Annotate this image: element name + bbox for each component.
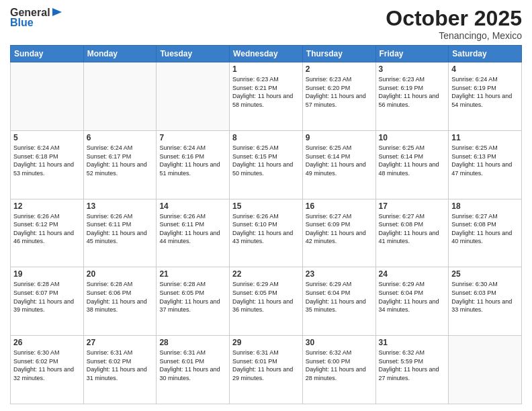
- day-number: 11: [451, 133, 519, 142]
- table-row: 5Sunrise: 6:24 AM Sunset: 6:18 PM Daylig…: [11, 130, 84, 199]
- month-title: October 2025: [386, 7, 522, 30]
- day-info: Sunrise: 6:29 AM Sunset: 6:05 PM Dayligh…: [232, 280, 300, 314]
- day-number: 3: [379, 64, 446, 74]
- table-row: 13Sunrise: 6:26 AM Sunset: 6:11 PM Dayli…: [83, 199, 157, 267]
- day-info: Sunrise: 6:32 AM Sunset: 6:00 PM Dayligh…: [306, 349, 373, 382]
- table-row: 8Sunrise: 6:25 AM Sunset: 6:15 PM Daylig…: [230, 130, 303, 199]
- day-number: 1: [232, 64, 300, 74]
- day-number: 8: [232, 133, 300, 142]
- day-number: 7: [159, 133, 226, 142]
- day-info: Sunrise: 6:28 AM Sunset: 6:07 PM Dayligh…: [13, 280, 81, 314]
- day-info: Sunrise: 6:29 AM Sunset: 6:04 PM Dayligh…: [379, 280, 446, 314]
- day-number: 5: [13, 133, 81, 142]
- col-wednesday: Wednesday: [230, 46, 303, 62]
- col-friday: Friday: [375, 46, 449, 62]
- header: General Blue October 2025 Tenancingo, Me…: [10, 7, 522, 41]
- day-number: 10: [379, 133, 446, 142]
- day-number: 30: [306, 338, 373, 347]
- table-row: 3Sunrise: 6:23 AM Sunset: 6:19 PM Daylig…: [375, 62, 449, 131]
- day-info: Sunrise: 6:31 AM Sunset: 6:01 PM Dayligh…: [159, 349, 226, 382]
- table-row: 18Sunrise: 6:27 AM Sunset: 6:08 PM Dayli…: [449, 199, 522, 267]
- day-info: Sunrise: 6:26 AM Sunset: 6:11 PM Dayligh…: [87, 212, 154, 246]
- day-number: 18: [451, 201, 519, 211]
- day-info: Sunrise: 6:23 AM Sunset: 6:21 PM Dayligh…: [232, 75, 300, 109]
- calendar-week-row: 26Sunrise: 6:30 AM Sunset: 6:02 PM Dayli…: [11, 336, 522, 404]
- day-info: Sunrise: 6:31 AM Sunset: 6:02 PM Dayligh…: [87, 349, 154, 382]
- table-row: 16Sunrise: 6:27 AM Sunset: 6:09 PM Dayli…: [302, 199, 375, 267]
- day-number: 12: [13, 201, 81, 211]
- day-info: Sunrise: 6:28 AM Sunset: 6:05 PM Dayligh…: [159, 280, 226, 314]
- day-info: Sunrise: 6:25 AM Sunset: 6:15 PM Dayligh…: [232, 144, 300, 177]
- day-number: 23: [306, 269, 373, 279]
- col-saturday: Saturday: [449, 46, 522, 62]
- day-info: Sunrise: 6:24 AM Sunset: 6:16 PM Dayligh…: [159, 144, 226, 177]
- table-row: 4Sunrise: 6:24 AM Sunset: 6:19 PM Daylig…: [449, 62, 522, 131]
- day-info: Sunrise: 6:23 AM Sunset: 6:19 PM Dayligh…: [379, 75, 446, 109]
- col-tuesday: Tuesday: [157, 46, 230, 62]
- day-info: Sunrise: 6:27 AM Sunset: 6:08 PM Dayligh…: [451, 212, 519, 246]
- day-number: 4: [451, 64, 519, 74]
- table-row: 19Sunrise: 6:28 AM Sunset: 6:07 PM Dayli…: [11, 267, 84, 336]
- col-monday: Monday: [83, 46, 157, 62]
- day-number: 15: [232, 201, 300, 211]
- day-info: Sunrise: 6:25 AM Sunset: 6:14 PM Dayligh…: [379, 144, 446, 177]
- day-info: Sunrise: 6:23 AM Sunset: 6:20 PM Dayligh…: [306, 75, 373, 109]
- table-row: 31Sunrise: 6:32 AM Sunset: 5:59 PM Dayli…: [375, 336, 449, 404]
- day-number: 13: [87, 201, 154, 211]
- day-number: 6: [87, 133, 154, 142]
- title-block: October 2025 Tenancingo, Mexico: [386, 7, 522, 41]
- day-info: Sunrise: 6:28 AM Sunset: 6:06 PM Dayligh…: [87, 280, 154, 314]
- table-row: [11, 62, 84, 131]
- day-number: 22: [232, 269, 300, 279]
- day-info: Sunrise: 6:30 AM Sunset: 6:02 PM Dayligh…: [13, 349, 81, 382]
- col-thursday: Thursday: [302, 46, 375, 62]
- day-info: Sunrise: 6:25 AM Sunset: 6:14 PM Dayligh…: [306, 144, 373, 177]
- logo: General Blue: [10, 7, 63, 29]
- day-info: Sunrise: 6:29 AM Sunset: 6:04 PM Dayligh…: [306, 280, 373, 314]
- calendar-table: Sunday Monday Tuesday Wednesday Thursday…: [10, 45, 522, 404]
- table-row: 22Sunrise: 6:29 AM Sunset: 6:05 PM Dayli…: [230, 267, 303, 336]
- day-info: Sunrise: 6:25 AM Sunset: 6:13 PM Dayligh…: [451, 144, 519, 177]
- table-row: 28Sunrise: 6:31 AM Sunset: 6:01 PM Dayli…: [157, 336, 230, 404]
- day-info: Sunrise: 6:26 AM Sunset: 6:12 PM Dayligh…: [13, 212, 81, 246]
- day-number: 20: [87, 269, 154, 279]
- day-number: 29: [232, 338, 300, 347]
- table-row: 1Sunrise: 6:23 AM Sunset: 6:21 PM Daylig…: [230, 62, 303, 131]
- page: General Blue October 2025 Tenancingo, Me…: [0, 0, 532, 411]
- day-number: 24: [379, 269, 446, 279]
- day-number: 21: [159, 269, 226, 279]
- col-sunday: Sunday: [11, 46, 84, 62]
- day-info: Sunrise: 6:31 AM Sunset: 6:01 PM Dayligh…: [232, 349, 300, 382]
- table-row: 29Sunrise: 6:31 AM Sunset: 6:01 PM Dayli…: [230, 336, 303, 404]
- day-number: 25: [451, 269, 519, 279]
- day-info: Sunrise: 6:27 AM Sunset: 6:09 PM Dayligh…: [306, 212, 373, 246]
- logo-flag-icon: [51, 7, 63, 19]
- day-number: 9: [306, 133, 373, 142]
- day-number: 31: [379, 338, 446, 347]
- calendar-week-row: 12Sunrise: 6:26 AM Sunset: 6:12 PM Dayli…: [11, 199, 522, 267]
- table-row: 9Sunrise: 6:25 AM Sunset: 6:14 PM Daylig…: [302, 130, 375, 199]
- table-row: [83, 62, 157, 131]
- day-info: Sunrise: 6:24 AM Sunset: 6:18 PM Dayligh…: [13, 144, 81, 177]
- calendar-header-row: Sunday Monday Tuesday Wednesday Thursday…: [11, 46, 522, 62]
- day-info: Sunrise: 6:26 AM Sunset: 6:11 PM Dayligh…: [159, 212, 226, 246]
- day-info: Sunrise: 6:30 AM Sunset: 6:03 PM Dayligh…: [451, 280, 519, 314]
- day-number: 26: [13, 338, 81, 347]
- day-number: 28: [159, 338, 226, 347]
- table-row: [449, 336, 522, 404]
- table-row: 12Sunrise: 6:26 AM Sunset: 6:12 PM Dayli…: [11, 199, 84, 267]
- table-row: 6Sunrise: 6:24 AM Sunset: 6:17 PM Daylig…: [83, 130, 157, 199]
- table-row: 11Sunrise: 6:25 AM Sunset: 6:13 PM Dayli…: [449, 130, 522, 199]
- day-number: 19: [13, 269, 81, 279]
- table-row: 15Sunrise: 6:26 AM Sunset: 6:10 PM Dayli…: [230, 199, 303, 267]
- table-row: 24Sunrise: 6:29 AM Sunset: 6:04 PM Dayli…: [375, 267, 449, 336]
- location: Tenancingo, Mexico: [386, 30, 522, 41]
- table-row: 2Sunrise: 6:23 AM Sunset: 6:20 PM Daylig…: [302, 62, 375, 131]
- day-number: 27: [87, 338, 154, 347]
- svg-marker-0: [52, 8, 62, 16]
- day-number: 14: [159, 201, 226, 211]
- day-info: Sunrise: 6:27 AM Sunset: 6:08 PM Dayligh…: [379, 212, 446, 246]
- table-row: 7Sunrise: 6:24 AM Sunset: 6:16 PM Daylig…: [157, 130, 230, 199]
- calendar-week-row: 19Sunrise: 6:28 AM Sunset: 6:07 PM Dayli…: [11, 267, 522, 336]
- day-info: Sunrise: 6:24 AM Sunset: 6:17 PM Dayligh…: [87, 144, 154, 177]
